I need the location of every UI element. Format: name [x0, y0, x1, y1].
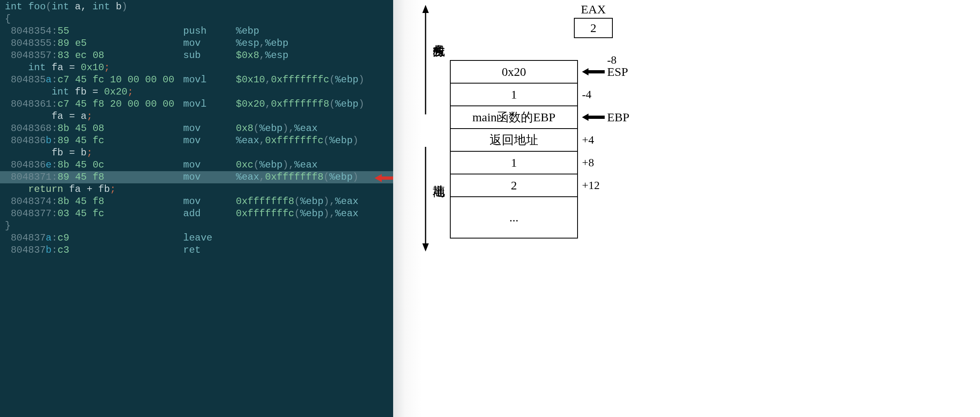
code-line: return fa + fb;: [0, 183, 393, 196]
stack-row: 0x20ESP-8: [451, 61, 577, 84]
code-line: 804836b:89 45 fcmov%eax,0xfffffffc(%ebp): [0, 135, 393, 147]
code-line: int fb = 0x20;: [0, 86, 393, 98]
arrow-left-icon: [582, 68, 605, 76]
code-line: }: [0, 220, 393, 232]
stack-row: 1+8: [451, 152, 577, 174]
eax-title: EAX: [574, 2, 613, 16]
code-line: {: [0, 13, 393, 25]
stack-offset: -4: [582, 88, 606, 101]
code-line: 804835a:c7 45 fc 10 00 00 00movl$0x10,0x…: [0, 74, 393, 86]
code-line: 804837b:c3ret: [0, 244, 393, 256]
code-line: int foo(int a, int b): [0, 1, 393, 13]
code-line: 8048374:8b 45 f8mov0xfffffff8(%ebp),%eax: [0, 196, 393, 208]
code-line: 8048377:03 45 fcadd0xfffffffc(%ebp),%eax: [0, 208, 393, 220]
stack-offset: +8: [582, 156, 606, 169]
stack-row: 1-4: [451, 84, 577, 106]
code-line: int fa = 0x10;: [0, 62, 393, 74]
code-line: fa = a;: [0, 110, 393, 123]
code-line: 8048368:8b 45 08mov0x8(%ebp),%eax: [0, 123, 393, 135]
code-line: 804836e:8b 45 0cmov0xc(%ebp),%eax: [0, 159, 393, 171]
stack-row: main函数的EBPEBP: [451, 106, 577, 129]
stack-row: ...: [451, 197, 577, 238]
code-panel: int foo(int a, int b){ 8048354:55push%eb…: [0, 0, 393, 417]
stack-row: 2+12: [451, 174, 577, 197]
stack-offset: +12: [582, 179, 606, 192]
code-line: 8048354:55push%ebp: [0, 25, 393, 37]
ebp-pointer: EBP: [582, 110, 629, 124]
stack-frame: 0x20ESP-81-4main函数的EBPEBP返回地址+41+82+12..…: [450, 60, 578, 239]
stack-row: 返回地址+4: [451, 129, 577, 152]
code-line: 8048357:83 ec 08sub$0x8,%esp: [0, 49, 393, 62]
code-line: 8048355:89 e5mov%esp,%ebp: [0, 37, 393, 49]
stack-diagram: 栈生长方向 高地址 EAX 2 0x20ESP-81-4main函数的EBPEB…: [393, 0, 980, 417]
code-line: fb = b;: [0, 147, 393, 159]
arrow-left-icon: [582, 113, 605, 121]
code-line: 8048361:c7 45 f8 20 00 00 00movl$0x20,0x…: [0, 98, 393, 110]
eax-register: EAX 2: [574, 2, 613, 38]
code-line: 804837a:c9leave: [0, 232, 393, 244]
code-line-current: 8048371:89 45 f8mov%eax,0xfffffff8(%ebp): [0, 171, 393, 183]
growth-arrow-icon: [422, 5, 430, 251]
stack-offset: +4: [582, 133, 606, 146]
eax-value: 2: [574, 18, 613, 38]
stack-offset: -8: [607, 54, 616, 67]
esp-pointer: ESP-8: [582, 65, 628, 79]
